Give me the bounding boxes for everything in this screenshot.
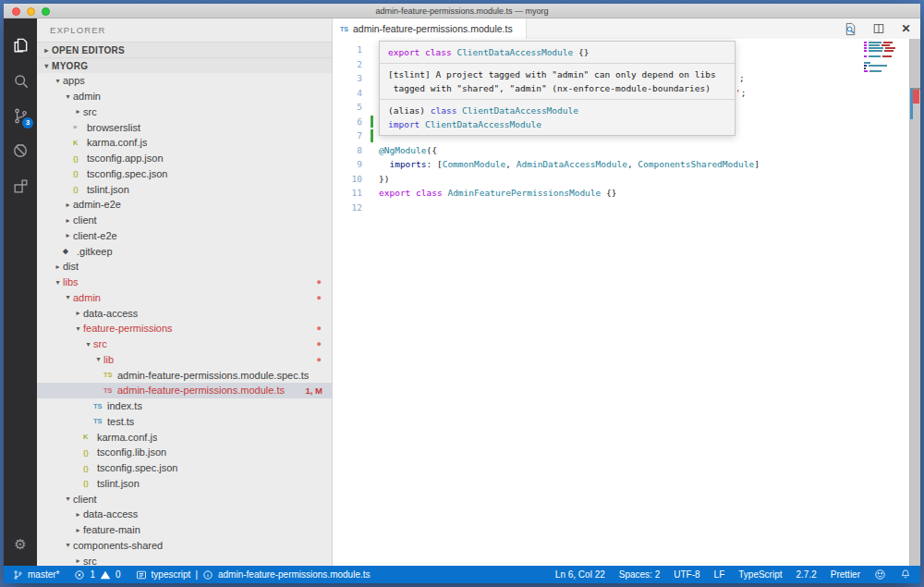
json-file-icon: {} [83, 479, 97, 487]
tree-folder-data-access[interactable]: ▸data-access [37, 305, 332, 321]
activitybar-explorer[interactable] [4, 28, 37, 63]
json-file-icon: {} [73, 185, 87, 193]
tree-folder-components-shared[interactable]: ▾components-shared [37, 538, 332, 554]
code-token: @NgModule [379, 145, 426, 155]
split-editor-button[interactable] [871, 22, 885, 36]
tab-active-file[interactable]: TS admin-feature-permissions.module.ts [333, 18, 527, 39]
tree-folder-apps[interactable]: ▾apps [37, 73, 332, 89]
karma-file-icon: K [73, 139, 87, 147]
json-file-icon: {} [83, 464, 97, 472]
status-problems[interactable]: 10 [74, 569, 120, 581]
minimap-segment [869, 47, 883, 49]
status-notifications-bell[interactable] [900, 569, 911, 581]
settings-gear-button[interactable]: ⚙ [4, 531, 37, 558]
tree-item-label: tslint.json [87, 184, 129, 195]
status-feedback-smiley[interactable] [874, 569, 886, 581]
minimap-segment [864, 50, 867, 52]
minimap[interactable] [864, 42, 906, 73]
tree-item-label: .gitkeep [77, 246, 113, 257]
search-icon [12, 72, 30, 90]
status-ts-version[interactable]: 2.7.2 [796, 569, 817, 580]
tree-folder-admin[interactable]: ▾admin [37, 89, 332, 104]
tree-item-label: lib [103, 354, 114, 365]
warning-icon [100, 569, 111, 581]
line-number: 5 [333, 100, 362, 115]
minimize-window-button[interactable] [27, 7, 35, 16]
status-formatter[interactable]: Prettier [831, 569, 860, 580]
tree-file-tslint-json[interactable]: {}tslint.json [37, 476, 332, 492]
tree-file-tsconfig-spec-json[interactable]: {}tsconfig.spec.json [37, 166, 332, 182]
code-token [379, 159, 389, 169]
explorer-icon [11, 36, 30, 55]
tree-item-label: browserslist [87, 122, 140, 133]
tree-item-label: admin-feature-permissions.module.spec.ts [117, 370, 309, 381]
activitybar-debug[interactable] [4, 133, 37, 168]
tree-folder-lib[interactable]: ▾lib● [37, 352, 332, 368]
tree-folder-admin-e2e[interactable]: ▸admin-e2e [37, 197, 332, 213]
minimap-line [864, 67, 906, 69]
tree-file-tsconfig-spec-json[interactable]: {}tsconfig.spec.json [37, 460, 332, 476]
tree-folder-dist[interactable]: ▸dist [37, 259, 332, 275]
tree-item-label: tsconfig.spec.json [87, 168, 167, 179]
branch-icon [13, 569, 23, 581]
editor-group: TS admin-feature-permissions.module.ts ✕… [333, 18, 920, 566]
gutter-added-indicator [371, 116, 373, 128]
open-changes-button[interactable] [844, 22, 857, 36]
status-indentation[interactable]: Spaces: 2 [619, 569, 660, 580]
activitybar-source-control[interactable]: 3 [4, 98, 37, 133]
minimap-line [864, 53, 906, 55]
status-tslint-status[interactable]: typescript|admin-feature-permissions.mod… [136, 569, 371, 581]
code-editor[interactable]: 123;4';56import { ClientDataAccessModule… [333, 39, 920, 566]
zoom-window-button[interactable] [42, 7, 50, 16]
close-editor-button[interactable]: ✕ [899, 22, 913, 36]
tree-file-karma-conf-js[interactable]: Kkarma.conf.js [37, 429, 332, 445]
status-cursor-position[interactable]: Ln 6, Col 22 [555, 569, 605, 580]
tree-folder-src[interactable]: ▸src [37, 104, 332, 120]
status-text: Ln 6, Col 22 [555, 569, 605, 580]
modified-dot-icon: ● [317, 356, 322, 364]
status-language-mode[interactable]: TypeScript [738, 569, 782, 580]
tree-file-admin-feature-permissions-module-spec-ts[interactable]: TSadmin-feature-permissions.module.spec.… [37, 367, 332, 383]
extensions-icon [12, 177, 30, 195]
tree-file-browserslist[interactable]: ≡browserslist [37, 119, 332, 135]
close-window-button[interactable] [12, 7, 20, 16]
activitybar-search[interactable] [4, 63, 37, 98]
chevron-down-icon: ▾ [63, 293, 73, 301]
line-number: 7 [333, 128, 362, 143]
code-line-content: @NgModule({ [379, 143, 437, 158]
tree-file--gitkeep[interactable]: ◆.gitkeep [37, 243, 332, 259]
tree-folder-src[interactable]: ▸src [37, 553, 332, 566]
status-eol[interactable]: LF [714, 569, 725, 580]
tree-folder-libs[interactable]: ▾libs● [37, 275, 332, 290]
tree-item-label: feature-permissions [83, 323, 173, 334]
tree-file-test-ts[interactable]: TStest.ts [37, 414, 332, 430]
tree-folder-client[interactable]: ▸client [37, 213, 332, 228]
activitybar-extensions[interactable] [4, 168, 37, 203]
minimap-line [864, 50, 906, 52]
code-line-12: 12 [333, 201, 920, 215]
tree-folder-client[interactable]: ▾client [37, 491, 332, 507]
section-open-editors[interactable]: ▸ OPEN EDITORS [37, 42, 332, 57]
tree-folder-data-access[interactable]: ▸data-access [37, 507, 332, 522]
tree-folder-client-e2e[interactable]: ▸client-e2e [37, 228, 332, 244]
tree-item-label: karma.conf.js [87, 137, 147, 148]
tree-file-tslint-json[interactable]: {}tslint.json [37, 181, 332, 197]
tree-file-admin-feature-permissions-module-ts[interactable]: TSadmin-feature-permissions.module.ts1, … [37, 383, 332, 398]
tree-folder-feature-permissions[interactable]: ▾feature-permissions● [37, 321, 332, 336]
tree-file-karma-conf-js[interactable]: Kkarma.conf.js [37, 135, 332, 151]
chevron-down-icon: ▾ [63, 541, 73, 549]
tree-folder-admin[interactable]: ▾admin● [37, 290, 332, 306]
tree-file-tsconfig-lib-json[interactable]: {}tsconfig.lib.json [37, 445, 332, 460]
tree-file-index-ts[interactable]: TSindex.ts [37, 398, 332, 414]
status-git-branch[interactable]: master* [13, 569, 59, 581]
status-encoding[interactable]: UTF-8 [674, 569, 699, 580]
status-text: TypeScript [738, 569, 782, 580]
traffic-lights [12, 7, 50, 16]
tree-file-tsconfig-app-json[interactable]: {}tsconfig.app.json [37, 151, 332, 166]
tree-folder-feature-main[interactable]: ▸feature-main [37, 522, 332, 538]
file-tree: ▾apps▾admin▸src≡browserslistKkarma.conf.… [37, 73, 332, 566]
overview-ruler[interactable] [909, 39, 920, 566]
tree-folder-src[interactable]: ▾src● [37, 336, 332, 352]
section-project-root[interactable]: ▾ MYORG [37, 57, 332, 73]
code-line-content: }) [379, 172, 389, 187]
